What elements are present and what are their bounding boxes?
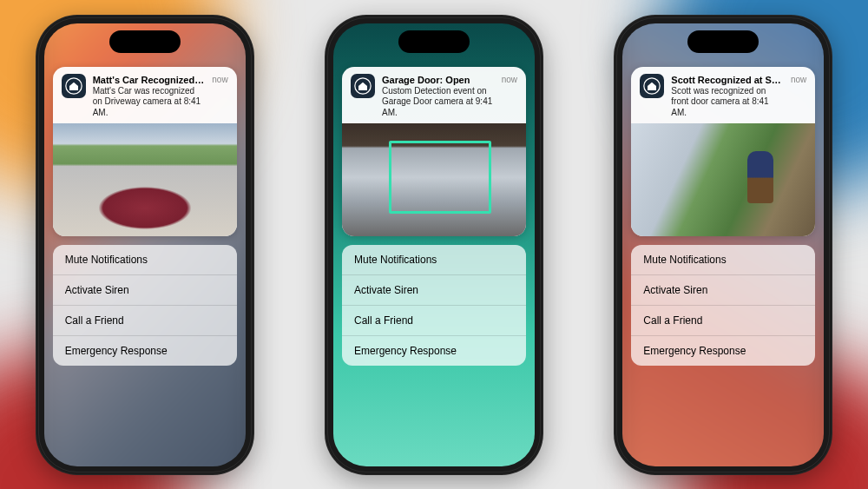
dynamic-island: [687, 30, 759, 53]
action-emergency-response[interactable]: Emergency Response: [631, 336, 815, 366]
quick-actions-menu: Mute Notifications Activate Siren Call a…: [342, 245, 526, 366]
notification-title: Scott Recognized at Smith Home: [671, 74, 784, 86]
notification-time: now: [502, 74, 517, 84]
quick-actions-menu: Mute Notifications Activate Siren Call a…: [53, 245, 237, 366]
notification-body: Matt's Car was recognized on Driveway ca…: [93, 86, 206, 119]
action-call-friend[interactable]: Call a Friend: [53, 306, 237, 336]
action-mute-notifications[interactable]: Mute Notifications: [342, 245, 526, 275]
dynamic-island: [109, 30, 181, 53]
notification-card[interactable]: Garage Door: Open Custom Detection event…: [342, 67, 526, 237]
action-emergency-response[interactable]: Emergency Response: [53, 336, 237, 366]
phone-screen: Scott Recognized at Smith Home Scott was…: [622, 23, 824, 466]
camera-thumbnail[interactable]: [631, 123, 815, 236]
notification-time: now: [212, 74, 227, 84]
detection-box: [389, 141, 491, 214]
notification-title: Matt's Car Recognized at Smith H...: [93, 74, 206, 86]
action-mute-notifications[interactable]: Mute Notifications: [631, 245, 815, 275]
phone-screen: Garage Door: Open Custom Detection event…: [333, 23, 535, 466]
action-activate-siren[interactable]: Activate Siren: [631, 275, 815, 306]
action-activate-siren[interactable]: Activate Siren: [342, 275, 526, 306]
camera-thumbnail[interactable]: [342, 123, 526, 236]
notification-card[interactable]: Matt's Car Recognized at Smith H... Matt…: [53, 67, 237, 237]
app-icon: [351, 74, 375, 98]
quick-actions-menu: Mute Notifications Activate Siren Call a…: [631, 245, 815, 366]
dynamic-island: [398, 30, 470, 53]
notification-card[interactable]: Scott Recognized at Smith Home Scott was…: [631, 67, 815, 237]
phone-mockup: Garage Door: Open Custom Detection event…: [325, 15, 543, 475]
notification-title: Garage Door: Open: [382, 74, 495, 86]
notification-body: Custom Detection event on Garage Door ca…: [382, 86, 495, 119]
notification-body: Scott was recognized on front door camer…: [671, 86, 784, 119]
app-icon: [62, 74, 86, 98]
phone-mockup: Scott Recognized at Smith Home Scott was…: [614, 15, 832, 475]
camera-thumbnail[interactable]: [53, 123, 237, 236]
phone-mockup: Matt's Car Recognized at Smith H... Matt…: [36, 15, 254, 475]
action-activate-siren[interactable]: Activate Siren: [53, 275, 237, 306]
app-icon: [640, 74, 664, 98]
action-call-friend[interactable]: Call a Friend: [342, 306, 526, 336]
action-call-friend[interactable]: Call a Friend: [631, 306, 815, 336]
action-mute-notifications[interactable]: Mute Notifications: [53, 245, 237, 275]
notification-time: now: [791, 74, 806, 84]
phone-screen: Matt's Car Recognized at Smith H... Matt…: [44, 23, 246, 466]
person-figure: [747, 151, 773, 203]
action-emergency-response[interactable]: Emergency Response: [342, 336, 526, 366]
